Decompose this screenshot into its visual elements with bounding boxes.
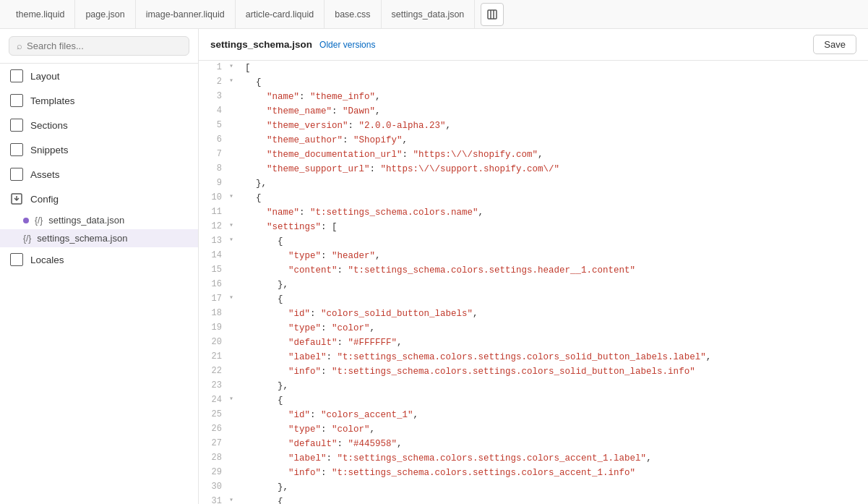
line-number: 14 [199, 249, 229, 263]
fold-arrow[interactable]: ▾ [229, 393, 239, 408]
code-line: { [239, 495, 868, 504]
table-row: 22 "info": "t:settings_schema.colors.set… [199, 364, 868, 379]
main-layout: ⌕ Layout Templates Sections Snippets Ass… [0, 29, 868, 504]
table-row: 4 "theme_name": "Dawn", [199, 104, 868, 119]
code-line: "id": "colors_solid_button_labels", [239, 307, 868, 321]
code-line: "theme_documentation_url": "https:\/\/sh… [239, 148, 868, 162]
fold-arrow[interactable] [229, 364, 239, 379]
table-row: 23 }, [199, 379, 868, 393]
fold-arrow[interactable] [229, 336, 239, 350]
fold-arrow[interactable] [229, 278, 239, 292]
file-settings-data-json[interactable]: {/} settings_data.json [0, 211, 198, 229]
tab-base-css[interactable]: base.css [325, 0, 381, 29]
assets-icon [10, 168, 23, 181]
fold-arrow[interactable] [229, 408, 239, 422]
tab-settings-data-json[interactable]: settings_data.json [382, 0, 476, 29]
fold-arrow[interactable] [229, 104, 239, 119]
fold-arrow[interactable]: ▾ [229, 234, 239, 249]
fold-arrow[interactable] [229, 263, 239, 278]
search-wrap[interactable]: ⌕ [9, 36, 189, 56]
line-number: 26 [199, 422, 229, 437]
fold-arrow[interactable] [229, 379, 239, 393]
config-icon [10, 192, 23, 205]
sidebar-item-sections[interactable]: Sections [0, 113, 198, 137]
fold-arrow[interactable]: ▾ [229, 75, 239, 90]
sidebar-item-locales[interactable]: Locales [0, 247, 198, 272]
save-button[interactable]: Save [813, 35, 856, 54]
fold-arrow[interactable]: ▾ [229, 191, 239, 205]
table-row: 6 "theme_author": "Shopify", [199, 133, 868, 148]
line-number: 6 [199, 133, 229, 148]
tab-page-json[interactable]: page.json [75, 0, 135, 29]
file-title: settings_schema.json [210, 39, 312, 50]
table-row: 3 "name": "theme_info", [199, 90, 868, 104]
sidebar-item-templates[interactable]: Templates [0, 88, 198, 113]
line-number: 29 [199, 466, 229, 480]
fold-arrow[interactable] [229, 148, 239, 162]
tab-article-card-liquid[interactable]: article-card.liquid [236, 0, 325, 29]
sidebar-item-snippets[interactable]: Snippets [0, 137, 198, 162]
file-settings-schema-json[interactable]: {/} settings_schema.json [0, 229, 198, 247]
code-line: "label": "t:settings_schema.colors.setti… [239, 451, 868, 466]
line-number: 17 [199, 292, 229, 307]
fold-arrow[interactable] [229, 307, 239, 321]
fold-arrow[interactable]: ▾ [229, 495, 239, 504]
sidebar-item-label: Templates [30, 95, 75, 106]
sidebar-item-assets[interactable]: Assets [0, 162, 198, 187]
line-number: 1 [199, 61, 229, 75]
fold-arrow[interactable] [229, 119, 239, 133]
code-table: 1 ▾ [ 2 ▾ { 3 "name": "theme_info", 4 "t… [199, 61, 868, 504]
table-row: 13 ▾ { [199, 234, 868, 249]
table-row: 26 "type": "color", [199, 422, 868, 437]
code-line: "default": "#445958", [239, 437, 868, 451]
table-row: 28 "label": "t:settings_schema.colors.se… [199, 451, 868, 466]
sidebar-item-config[interactable]: Config [0, 187, 198, 211]
fold-arrow[interactable] [229, 480, 239, 495]
fold-arrow[interactable] [229, 350, 239, 364]
fold-arrow[interactable] [229, 437, 239, 451]
line-number: 20 [199, 336, 229, 350]
fold-arrow[interactable] [229, 249, 239, 263]
fold-arrow[interactable]: ▾ [229, 292, 239, 307]
search-icon: ⌕ [17, 40, 22, 51]
line-number: 24 [199, 393, 229, 408]
table-row: 21 "label": "t:settings_schema.colors.se… [199, 350, 868, 364]
line-number: 18 [199, 307, 229, 321]
expand-icon[interactable] [481, 3, 504, 26]
sidebar-item-label: Layout [30, 71, 60, 82]
table-row: 12 ▾ "settings": [ [199, 220, 868, 234]
line-number: 16 [199, 278, 229, 292]
line-number: 31 [199, 495, 229, 504]
table-row: 5 "theme_version": "2.0.0-alpha.23", [199, 119, 868, 133]
fold-arrow[interactable] [229, 451, 239, 466]
sidebar-item-layout[interactable]: Layout [0, 64, 198, 88]
fold-arrow[interactable]: ▾ [229, 61, 239, 75]
tab-theme-liquid[interactable]: theme.liquid [6, 0, 75, 29]
tab-image-banner-liquid[interactable]: image-banner.liquid [136, 0, 236, 29]
table-row: 17 ▾ { [199, 292, 868, 307]
fold-arrow[interactable] [229, 133, 239, 148]
code-line: "theme_support_url": "https:\/\/support.… [239, 162, 868, 176]
line-number: 13 [199, 234, 229, 249]
sections-icon [10, 119, 23, 132]
table-row: 2 ▾ { [199, 75, 868, 90]
fold-arrow[interactable]: ▾ [229, 220, 239, 234]
fold-arrow[interactable] [229, 162, 239, 176]
search-input[interactable] [27, 40, 181, 51]
code-editor[interactable]: 1 ▾ [ 2 ▾ { 3 "name": "theme_info", 4 "t… [199, 61, 868, 504]
table-row: 31 ▾ { [199, 495, 868, 504]
fold-arrow[interactable] [229, 90, 239, 104]
fold-arrow[interactable] [229, 176, 239, 191]
fold-arrow[interactable] [229, 205, 239, 220]
fold-arrow[interactable] [229, 321, 239, 336]
search-box: ⌕ [0, 29, 198, 64]
older-versions-link[interactable]: Older versions [319, 40, 375, 50]
fold-arrow[interactable] [229, 422, 239, 437]
code-line: "settings": [ [239, 220, 868, 234]
editor-panel: settings_schema.json Older versions Save… [199, 29, 868, 504]
code-line: "info": "t:settings_schema.colors.settin… [239, 364, 868, 379]
sidebar: ⌕ Layout Templates Sections Snippets Ass… [0, 29, 199, 504]
code-line: { [239, 234, 868, 249]
code-line: [ [239, 61, 868, 75]
fold-arrow[interactable] [229, 466, 239, 480]
